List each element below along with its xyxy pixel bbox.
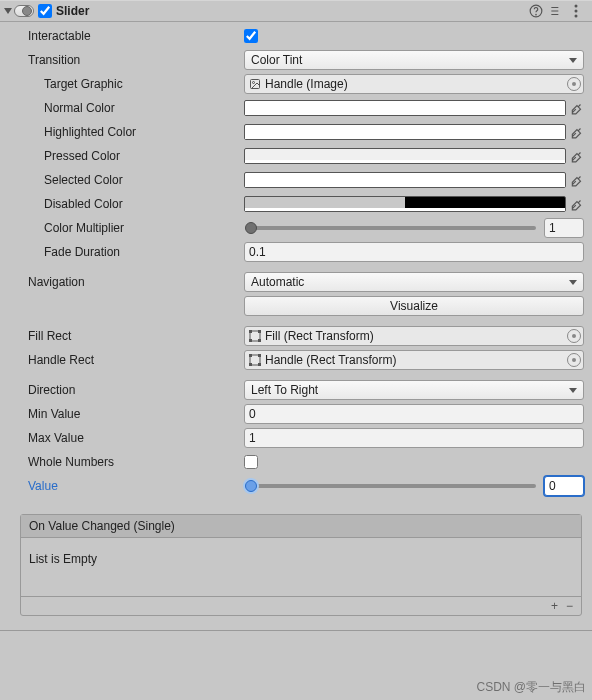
foldout-icon[interactable] bbox=[4, 8, 12, 14]
svg-rect-16 bbox=[258, 363, 261, 366]
image-icon bbox=[249, 78, 261, 90]
pressed-color-label: Pressed Color bbox=[8, 149, 244, 163]
svg-rect-9 bbox=[258, 330, 261, 333]
remove-listener-button[interactable]: − bbox=[566, 599, 573, 613]
eyedropper-icon[interactable] bbox=[570, 125, 584, 139]
navigation-label: Navigation bbox=[8, 275, 244, 289]
svg-rect-11 bbox=[258, 339, 261, 342]
value-field[interactable]: 0 bbox=[544, 476, 584, 496]
transition-label: Transition bbox=[8, 53, 244, 67]
component-title: Slider bbox=[56, 4, 524, 18]
object-picker-icon[interactable] bbox=[567, 329, 581, 343]
slider-thumb[interactable] bbox=[245, 480, 257, 492]
eyedropper-icon[interactable] bbox=[570, 173, 584, 187]
pressed-color-swatch[interactable] bbox=[244, 148, 566, 164]
event-header: On Value Changed (Single) bbox=[21, 515, 581, 538]
object-picker-icon[interactable] bbox=[567, 353, 581, 367]
max-value-field[interactable]: 1 bbox=[244, 428, 584, 448]
direction-label: Direction bbox=[8, 383, 244, 397]
menu-icon[interactable] bbox=[568, 3, 584, 19]
svg-point-1 bbox=[536, 14, 537, 15]
highlighted-color-label: Highlighted Color bbox=[8, 125, 244, 139]
enabled-checkbox[interactable] bbox=[38, 4, 52, 18]
chevron-down-icon bbox=[569, 280, 577, 285]
transition-dropdown[interactable]: Color Tint bbox=[244, 50, 584, 70]
direction-value: Left To Right bbox=[251, 383, 318, 397]
eyedropper-icon[interactable] bbox=[570, 101, 584, 115]
target-graphic-label: Target Graphic bbox=[8, 77, 244, 91]
min-value-field[interactable]: 0 bbox=[244, 404, 584, 424]
svg-rect-13 bbox=[249, 354, 252, 357]
navigation-value: Automatic bbox=[251, 275, 304, 289]
svg-point-3 bbox=[575, 10, 578, 13]
value-slider[interactable] bbox=[248, 484, 536, 488]
fill-rect-label: Fill Rect bbox=[8, 329, 244, 343]
color-multiplier-slider[interactable] bbox=[248, 226, 536, 230]
svg-point-4 bbox=[575, 15, 578, 18]
svg-rect-15 bbox=[249, 363, 252, 366]
slider-thumb[interactable] bbox=[245, 222, 257, 234]
color-multiplier-label: Color Multiplier bbox=[8, 221, 244, 235]
handle-rect-label: Handle Rect bbox=[8, 353, 244, 367]
component-header[interactable]: Slider bbox=[0, 0, 592, 22]
on-value-changed-event: On Value Changed (Single) List is Empty … bbox=[20, 514, 582, 616]
rect-transform-icon bbox=[249, 330, 261, 342]
disabled-color-swatch[interactable] bbox=[244, 196, 566, 212]
svg-rect-8 bbox=[249, 330, 252, 333]
object-picker-icon[interactable] bbox=[567, 77, 581, 91]
disabled-color-label: Disabled Color bbox=[8, 197, 244, 211]
fade-duration-field[interactable]: 0.1 bbox=[244, 242, 584, 262]
value-label: Value bbox=[8, 479, 244, 493]
chevron-down-icon bbox=[569, 388, 577, 393]
visualize-button[interactable]: Visualize bbox=[244, 296, 584, 316]
selected-color-swatch[interactable] bbox=[244, 172, 566, 188]
direction-dropdown[interactable]: Left To Right bbox=[244, 380, 584, 400]
normal-color-swatch[interactable] bbox=[244, 100, 566, 116]
watermark: CSDN @零一与黑白 bbox=[476, 679, 586, 696]
add-listener-button[interactable]: + bbox=[551, 599, 558, 613]
highlighted-color-swatch[interactable] bbox=[244, 124, 566, 140]
normal-color-label: Normal Color bbox=[8, 101, 244, 115]
svg-point-6 bbox=[253, 82, 255, 84]
rect-transform-icon bbox=[249, 354, 261, 366]
handle-rect-value: Handle (Rect Transform) bbox=[265, 353, 396, 367]
color-multiplier-field[interactable]: 1 bbox=[544, 218, 584, 238]
svg-point-2 bbox=[575, 5, 578, 8]
fade-duration-label: Fade Duration bbox=[8, 245, 244, 259]
fill-rect-field[interactable]: Fill (Rect Transform) bbox=[244, 326, 584, 346]
navigation-dropdown[interactable]: Automatic bbox=[244, 272, 584, 292]
target-graphic-field[interactable]: Handle (Image) bbox=[244, 74, 584, 94]
preset-icon[interactable] bbox=[548, 3, 564, 19]
event-empty-label: List is Empty bbox=[21, 538, 581, 596]
max-value-label: Max Value bbox=[8, 431, 244, 445]
interactable-label: Interactable bbox=[8, 29, 244, 43]
script-toggle-icon bbox=[14, 5, 34, 17]
chevron-down-icon bbox=[569, 58, 577, 63]
target-graphic-value: Handle (Image) bbox=[265, 77, 348, 91]
interactable-checkbox[interactable] bbox=[244, 29, 258, 43]
svg-rect-10 bbox=[249, 339, 252, 342]
help-icon[interactable] bbox=[528, 3, 544, 19]
transition-value: Color Tint bbox=[251, 53, 302, 67]
selected-color-label: Selected Color bbox=[8, 173, 244, 187]
handle-rect-field[interactable]: Handle (Rect Transform) bbox=[244, 350, 584, 370]
whole-numbers-checkbox[interactable] bbox=[244, 455, 258, 469]
whole-numbers-label: Whole Numbers bbox=[8, 455, 244, 469]
fill-rect-value: Fill (Rect Transform) bbox=[265, 329, 374, 343]
svg-rect-14 bbox=[258, 354, 261, 357]
min-value-label: Min Value bbox=[8, 407, 244, 421]
eyedropper-icon[interactable] bbox=[570, 197, 584, 211]
eyedropper-icon[interactable] bbox=[570, 149, 584, 163]
